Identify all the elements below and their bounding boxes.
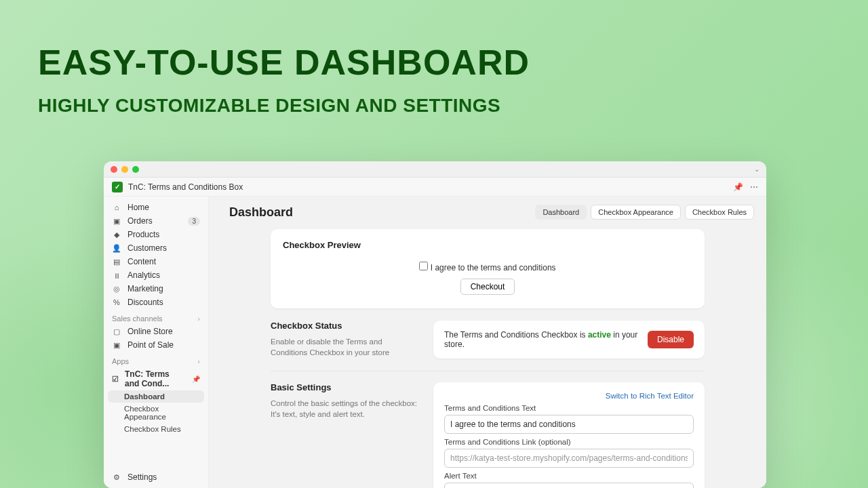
sidebar-item-label: Online Store xyxy=(127,327,173,336)
sidebar: ⌂ Home ▣ Orders 3 ◆ Products 👤 Customers… xyxy=(104,197,209,488)
app-window: ⌄ ✓ TnC: Terms and Conditions Box 📌 ⋯ ⌂ … xyxy=(104,161,766,488)
content-icon: ▤ xyxy=(112,258,121,266)
app-logo-icon: ✓ xyxy=(112,182,123,192)
sidebar-item-marketing[interactable]: ◎ Marketing xyxy=(104,282,208,296)
page-title: Dashboard xyxy=(229,205,293,220)
preview-checkbox-row[interactable]: I agree to the terms and conditions xyxy=(419,263,555,272)
sidebar-item-label: Content xyxy=(127,257,156,266)
sidebar-item-label: Settings xyxy=(127,472,157,482)
sidebar-item-orders[interactable]: ▣ Orders 3 xyxy=(104,214,208,228)
sidebar-item-label: Marketing xyxy=(127,284,163,293)
pin-icon[interactable]: 📌 xyxy=(733,182,743,192)
sidebar-item-label: TnC: Terms and Cond... xyxy=(125,369,186,388)
basic-desc: Control the basic settings of the checkb… xyxy=(271,398,420,420)
window-zoom-icon[interactable] xyxy=(132,166,139,173)
pin-icon[interactable]: 📌 xyxy=(192,375,200,383)
status-text: The Terms and Conditions Checkbox is act… xyxy=(444,330,641,349)
sidebar-item-label: Home xyxy=(127,203,149,212)
hero-headline: EASY-TO-USE DASHBOARD xyxy=(38,42,530,83)
chevron-right-icon[interactable]: › xyxy=(197,314,200,323)
preview-title: Checkbox Preview xyxy=(283,240,692,250)
sidebar-item-home[interactable]: ⌂ Home xyxy=(104,201,208,214)
sidebar-item-products[interactable]: ◆ Products xyxy=(104,228,208,241)
tab-dashboard[interactable]: Dashboard xyxy=(535,205,587,220)
percent-icon: % xyxy=(112,298,121,306)
tnc-text-label: Terms and Conditions Text xyxy=(444,404,694,412)
tag-icon: ◆ xyxy=(112,230,121,239)
sidebar-item-customers[interactable]: 👤 Customers xyxy=(104,241,208,255)
sidebar-item-online-store[interactable]: ▢ Online Store xyxy=(104,325,208,338)
sidebar-item-label: Analytics xyxy=(127,270,160,280)
sidebar-header-sales: Sales channels › xyxy=(104,309,208,325)
sidebar-sub-rules[interactable]: Checkbox Rules xyxy=(104,423,208,435)
sidebar-item-app-tnc[interactable]: ☑ TnC: Terms and Cond... 📌 xyxy=(104,367,208,390)
alert-text-input[interactable] xyxy=(444,483,694,488)
home-icon: ⌂ xyxy=(112,203,121,211)
chart-icon: ⫼ xyxy=(112,271,121,279)
store-icon: ▢ xyxy=(112,327,121,336)
more-icon[interactable]: ⋯ xyxy=(750,182,758,192)
sidebar-item-label: Customers xyxy=(127,243,167,253)
chevron-right-icon[interactable]: › xyxy=(197,357,200,365)
switch-rte-link[interactable]: Switch to Rich Text Editor xyxy=(444,392,694,400)
sidebar-item-label: Dashboard xyxy=(124,392,165,401)
tab-rules[interactable]: Checkbox Rules xyxy=(685,205,754,220)
window-minimize-icon[interactable] xyxy=(121,166,128,173)
sidebar-item-discounts[interactable]: % Discounts xyxy=(104,296,208,309)
disable-button[interactable]: Disable xyxy=(648,331,694,348)
tab-appearance[interactable]: Checkbox Appearance xyxy=(591,205,681,220)
checkout-button[interactable]: Checkout xyxy=(460,279,515,295)
orders-icon: ▣ xyxy=(112,217,121,226)
sidebar-item-pos[interactable]: ▣ Point of Sale xyxy=(104,338,208,352)
sidebar-item-label: Discounts xyxy=(127,298,163,307)
app-title: TnC: Terms and Conditions Box xyxy=(128,182,243,192)
sidebar-item-label: Orders xyxy=(127,216,153,226)
sidebar-item-label: Products xyxy=(127,230,159,239)
chevron-down-icon[interactable]: ⌄ xyxy=(754,165,760,173)
tnc-text-input[interactable] xyxy=(444,415,694,434)
hero-subhead: HIGHLY CUSTOMIZABLE DESIGN AND SETTINGS xyxy=(38,95,500,117)
tnc-link-input[interactable] xyxy=(444,449,694,468)
sidebar-item-analytics[interactable]: ⫼ Analytics xyxy=(104,268,208,282)
tnc-link-label: Terms and Conditions Link (optional) xyxy=(444,438,694,446)
sidebar-header-apps: Apps › xyxy=(104,352,208,367)
sidebar-item-label: Checkbox Appearance xyxy=(124,405,200,421)
orders-badge: 3 xyxy=(188,217,200,226)
sidebar-item-label: Checkbox Rules xyxy=(124,425,181,433)
preview-card: Checkbox Preview I agree to the terms an… xyxy=(271,229,705,308)
person-icon: 👤 xyxy=(112,244,121,253)
alert-text-label: Alert Text xyxy=(444,472,694,480)
window-close-icon[interactable] xyxy=(111,166,117,173)
sidebar-item-label: Point of Sale xyxy=(127,340,174,350)
basic-heading: Basic Settings xyxy=(271,382,420,392)
sidebar-item-content[interactable]: ▤ Content xyxy=(104,255,208,268)
pos-icon: ▣ xyxy=(112,341,121,350)
divider xyxy=(271,371,705,371)
app-topbar: ✓ TnC: Terms and Conditions Box 📌 ⋯ xyxy=(104,178,766,197)
main-content: Dashboard Dashboard Checkbox Appearance … xyxy=(209,197,766,488)
sidebar-sub-appearance[interactable]: Checkbox Appearance xyxy=(104,403,208,423)
window-titlebar: ⌄ xyxy=(104,161,766,178)
gear-icon: ⚙ xyxy=(112,473,121,482)
sidebar-sub-dashboard[interactable]: Dashboard xyxy=(108,390,204,403)
preview-checkbox-label: I agree to the terms and conditions xyxy=(431,263,556,272)
check-icon: ☑ xyxy=(112,375,119,384)
preview-checkbox[interactable] xyxy=(419,262,428,270)
status-heading: Checkbox Status xyxy=(271,321,420,331)
sidebar-item-settings[interactable]: ⚙ Settings xyxy=(104,470,208,484)
target-icon: ◎ xyxy=(112,285,121,293)
status-desc: Enable or disable the Terms and Conditio… xyxy=(271,336,420,358)
